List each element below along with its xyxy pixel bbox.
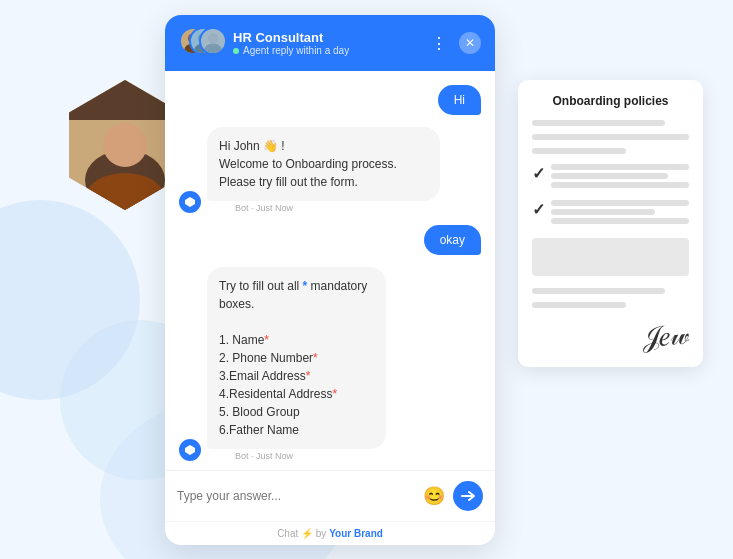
bubble-hi: Hi bbox=[438, 85, 481, 115]
header-info: HR Consultant Agent reply within a day bbox=[233, 30, 417, 56]
agent-status: Agent reply within a day bbox=[233, 45, 417, 56]
bubble-okay: okay bbox=[424, 225, 481, 255]
onboarding-title: Onboarding policies bbox=[532, 94, 689, 108]
cl2-3 bbox=[551, 218, 689, 224]
checkmark-1: ✓ bbox=[532, 166, 545, 182]
signature-area: 𝒥𝑒𝓌 bbox=[532, 320, 689, 353]
svg-marker-11 bbox=[185, 197, 195, 207]
avatar-3 bbox=[199, 27, 227, 55]
agent-name: HR Consultant bbox=[233, 30, 417, 45]
svg-point-3 bbox=[103, 123, 147, 167]
messages-area: Hi Hi John 👋 !Welcome to Onboarding proc… bbox=[165, 71, 495, 470]
chat-input[interactable] bbox=[177, 489, 415, 503]
chat-header: HR Consultant Agent reply within a day ⋮… bbox=[165, 15, 495, 71]
bubble-welcome: Hi John 👋 !Welcome to Onboarding process… bbox=[207, 127, 440, 201]
send-button[interactable] bbox=[453, 481, 483, 511]
doc-line-4 bbox=[532, 288, 665, 294]
doc-line-5 bbox=[532, 302, 626, 308]
gray-input-box bbox=[532, 238, 689, 276]
doc-line-1 bbox=[532, 120, 665, 126]
message-mandatory: Try to fill out all * mandatory boxes. 1… bbox=[179, 267, 481, 461]
cl1-1 bbox=[551, 164, 689, 170]
message-okay: okay bbox=[179, 225, 481, 255]
chat-input-area: 😊 bbox=[165, 470, 495, 521]
message-welcome: Hi John 👋 !Welcome to Onboarding process… bbox=[179, 127, 481, 213]
bubble-mandatory: Try to fill out all * mandatory boxes. 1… bbox=[207, 267, 386, 449]
svg-marker-12 bbox=[185, 445, 195, 455]
onboarding-card: Onboarding policies ✓ ✓ 𝒥𝑒𝓌 bbox=[518, 80, 703, 367]
bot-icon-2 bbox=[179, 439, 201, 461]
lightning-icon: ⚡ bbox=[301, 528, 313, 539]
checkmark-2: ✓ bbox=[532, 202, 545, 218]
footer-chat-label: Chat bbox=[277, 528, 298, 539]
header-actions: ⋮ ✕ bbox=[427, 31, 481, 55]
svg-point-10 bbox=[204, 44, 221, 53]
brand-label: Your Brand bbox=[329, 528, 383, 539]
chat-widget: HR Consultant Agent reply within a day ⋮… bbox=[165, 15, 495, 545]
cl2-2 bbox=[551, 209, 655, 215]
message-hi: Hi bbox=[179, 85, 481, 115]
chat-footer: Chat ⚡ by Your Brand bbox=[165, 521, 495, 545]
more-options-button[interactable]: ⋮ bbox=[427, 31, 451, 55]
signature: 𝒥𝑒𝓌 bbox=[642, 318, 691, 355]
msg-meta-welcome: Bot · Just Now bbox=[207, 203, 481, 213]
svg-point-9 bbox=[208, 33, 218, 43]
footer-by: by bbox=[316, 528, 327, 539]
check-lines-2 bbox=[551, 200, 689, 224]
cl1-3 bbox=[551, 182, 689, 188]
checkbox-row-1: ✓ bbox=[532, 164, 689, 188]
cl2-1 bbox=[551, 200, 689, 206]
agent-avatars bbox=[179, 27, 223, 59]
doc-line-3 bbox=[532, 148, 626, 154]
bot-icon-1 bbox=[179, 191, 201, 213]
emoji-button[interactable]: 😊 bbox=[423, 485, 445, 507]
check-lines-1 bbox=[551, 164, 689, 188]
msg-meta-mandatory: Bot · Just Now bbox=[207, 451, 418, 461]
cl1-2 bbox=[551, 173, 668, 179]
doc-line-2 bbox=[532, 134, 689, 140]
status-dot bbox=[233, 48, 239, 54]
close-button[interactable]: ✕ bbox=[459, 32, 481, 54]
checkbox-row-2: ✓ bbox=[532, 200, 689, 224]
